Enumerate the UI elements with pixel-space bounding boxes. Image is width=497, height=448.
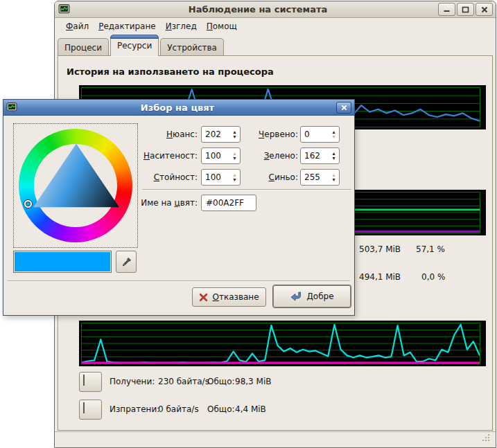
saturation-label: Наситеност: <box>139 151 198 161</box>
hue-marker[interactable] <box>24 200 32 208</box>
cancel-button[interactable]: Отказване <box>192 287 266 307</box>
resize-grip[interactable] <box>482 431 490 445</box>
swap-percent: 0,0 % <box>421 272 445 282</box>
tab-devices[interactable]: Устройства <box>160 38 224 56</box>
received-total: 98,3 MiB <box>235 377 271 386</box>
window-title: Наблюдение на системата <box>82 4 433 15</box>
received-label: Получени: <box>110 377 155 386</box>
blue-label: Синьо: <box>239 172 298 182</box>
selected-color-preview <box>13 251 112 273</box>
sent-rate: 0 байта/s <box>158 404 199 414</box>
spin-down-icon[interactable]: ▾ <box>233 177 236 182</box>
red-label: Червено: <box>239 129 298 139</box>
dialog-close-button[interactable] <box>336 102 351 114</box>
spin-down-icon[interactable]: ▾ <box>233 156 236 161</box>
desktop: Наблюдение на системата Файл Редактиране… <box>0 0 497 448</box>
main-window-titlebar[interactable]: Наблюдение на системата <box>55 1 496 18</box>
sent-color-swatch <box>83 402 85 413</box>
dialog-separator <box>8 280 350 282</box>
cpu-section-title: История на използването на процесора <box>67 66 274 77</box>
value-label: Стойност: <box>139 172 198 182</box>
spin-down-icon[interactable]: ▾ <box>233 134 236 139</box>
hue-label: Нюанс: <box>139 129 198 139</box>
menu-view[interactable]: Изглед <box>162 20 201 33</box>
cancel-x-icon <box>199 293 208 302</box>
sent-total-label: Общо: <box>207 404 235 414</box>
dialog-close-icon <box>341 105 347 111</box>
menubar: Файл Редактиране Изглед Помощ <box>55 19 496 34</box>
received-color-button[interactable] <box>79 372 102 392</box>
color-name-entry[interactable]: #00A2FF <box>201 195 256 211</box>
received-color-swatch <box>83 375 85 386</box>
color-picker-dialog: Избор на цвят Нюанс: 202 ▴▾ Червено: 0 <box>3 99 355 316</box>
dialog-title: Избор на цвят <box>24 102 331 113</box>
maximize-icon <box>462 6 469 13</box>
eyedropper-icon <box>121 257 132 267</box>
green-label: Зелено: <box>239 151 298 161</box>
sent-legend-row: Изпратени: 0 байта/s Общо: 4,4 MiB <box>55 400 471 420</box>
tabbar: Процеси Ресурси Устройства <box>58 34 493 56</box>
system-monitor-icon <box>58 3 70 15</box>
maximize-button[interactable] <box>457 3 474 16</box>
red-spinbox[interactable]: 0 ▴▾ <box>300 126 340 143</box>
minimize-button[interactable] <box>438 3 455 16</box>
swap-amount: 494,1 MiB <box>359 272 401 282</box>
ok-button[interactable]: Добре <box>273 285 351 307</box>
received-legend-row: Получени: 230 байта/s Общо: 98,3 MiB <box>55 372 471 393</box>
fields-separator <box>142 189 351 190</box>
network-history-chart <box>79 321 486 366</box>
eyedropper-button[interactable] <box>116 251 137 273</box>
tab-processes[interactable]: Процеси <box>58 38 109 56</box>
menu-edit[interactable]: Редактиране <box>94 20 160 33</box>
saturation-spinbox[interactable]: 100 ▴▾ <box>201 147 241 164</box>
received-total-label: Общо: <box>207 377 235 386</box>
color-name-label: Име на цвят: <box>139 198 198 208</box>
blue-spinbox[interactable]: 255 ▴▾ <box>300 169 340 186</box>
minimize-icon <box>443 6 451 12</box>
green-spinbox[interactable]: 162 ▴▾ <box>300 147 340 164</box>
received-rate: 230 байта/s <box>158 377 209 386</box>
close-icon <box>481 6 488 13</box>
spin-down-icon[interactable]: ▾ <box>332 156 335 161</box>
spin-down-icon[interactable]: ▾ <box>332 134 335 139</box>
sent-color-button[interactable] <box>79 400 102 420</box>
close-button[interactable] <box>476 3 493 16</box>
statusbar <box>55 431 496 447</box>
sent-label: Изпратени: <box>110 404 159 414</box>
sent-total: 4,4 MiB <box>235 404 266 414</box>
tab-resources[interactable]: Ресурси <box>110 35 159 56</box>
value-spinbox[interactable]: 100 ▴▾ <box>201 169 241 186</box>
hue-spinbox[interactable]: 202 ▴▾ <box>201 126 241 143</box>
memory-percent: 57,1 % <box>416 244 445 254</box>
color-wheel-widget[interactable] <box>13 123 138 248</box>
ok-return-icon <box>290 292 302 301</box>
spin-down-icon[interactable]: ▾ <box>332 177 335 182</box>
memory-amount: 503,7 MiB <box>359 244 401 254</box>
menu-file[interactable]: Файл <box>62 20 93 33</box>
menu-help[interactable]: Помощ <box>202 20 241 33</box>
dialog-icon <box>6 102 17 113</box>
dialog-titlebar[interactable]: Избор на цвят <box>3 100 354 116</box>
